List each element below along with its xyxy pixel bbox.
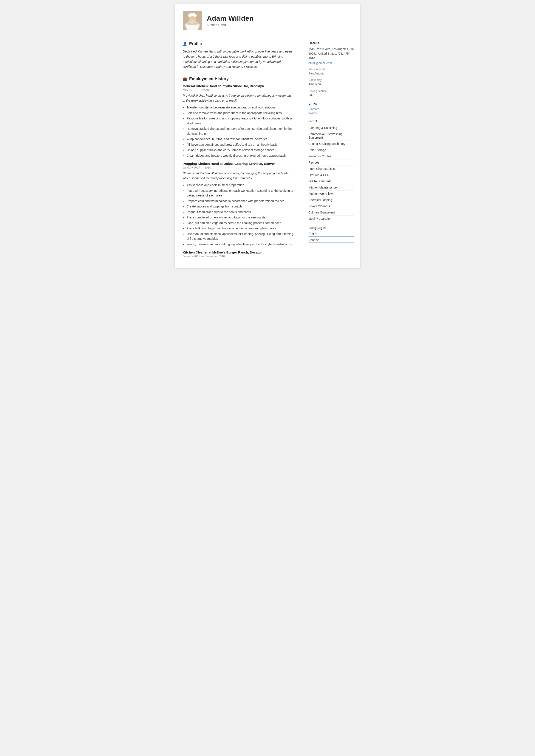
- skill-item: Culinary Equipment: [308, 210, 354, 216]
- header-info: Adam Willden Kitchen Hand: [207, 14, 254, 27]
- bullet-item: Wrap sandwiches, burritos, and rotis for…: [186, 137, 295, 142]
- bullet-item: Remove stacked dishes and hot trays afte…: [186, 126, 295, 136]
- svg-rect-4: [186, 25, 198, 30]
- left-column: 👤 Profile Dedicated Kitchen Hand with im…: [175, 35, 302, 268]
- bullet-item: Sort and remove trash and place them in …: [186, 111, 295, 116]
- bullet-item: Prepare cold and warm salads in accordan…: [186, 199, 295, 204]
- bullet-item: Create sauces and toppings from scratch: [186, 204, 295, 209]
- nationality-label: Nationality: [308, 78, 354, 82]
- bullet-item: Clean fridges and freezers weekly dispos…: [186, 153, 295, 158]
- bullet-item: Place bulk food trays over hot racks in …: [186, 226, 295, 231]
- skill-item: Cold Storage: [308, 147, 354, 153]
- header: Adam Willden Kitchen Hand: [175, 4, 360, 35]
- job-bullets: Transfer food items between storage cupb…: [183, 105, 295, 158]
- skills-container: Cleaning & SanitizingCommercial Dishwash…: [308, 125, 354, 222]
- language-name: Spanish: [308, 238, 354, 242]
- candidate-name: Adam Willden: [207, 14, 254, 22]
- skill-item: Kitchen WorkFlow: [308, 191, 354, 197]
- bullet-item: Slice, cut and dice vegetables before th…: [186, 221, 295, 226]
- job-dates: January 2015 — December 2016: [183, 255, 295, 258]
- place-of-birth-label: Place of birth: [308, 68, 354, 71]
- links-section-title: Links: [308, 102, 354, 106]
- profile-text: Dedicated Kitchen Hand with impeccable w…: [183, 49, 295, 70]
- main-content: 👤 Profile Dedicated Kitchen Hand with im…: [175, 35, 360, 268]
- skill-item: OSHA Standards: [308, 178, 354, 184]
- job-entry: Kitchen Cleaner at McDee's Burger Ranch,…: [183, 250, 295, 258]
- skill-item: Cleaning & Sanitizing: [308, 125, 354, 131]
- job-title: Kitchen Cleaner at McDee's Burger Ranch,…: [183, 250, 295, 254]
- skill-item: Recipes: [308, 159, 354, 166]
- skill-item: Chemical Dipping: [308, 197, 354, 203]
- languages-section-title: Languages: [308, 226, 354, 230]
- skill-item: Commercial Dishwashing Equipment: [308, 131, 354, 141]
- details-section-title: Details: [308, 41, 354, 45]
- bullet-item: Readout food order slips to the cooks an…: [186, 210, 295, 214]
- skill-item: Inventory Control: [308, 153, 354, 159]
- nationality: American: [308, 82, 354, 87]
- candidate-title: Kitchen Hand: [207, 23, 254, 27]
- jobs-container: General Kitchen Hand at Imyiko Sushi Bar…: [183, 84, 295, 258]
- bullet-item: Assist cooks and chefs in meal preparati…: [186, 183, 295, 188]
- resume: Adam Willden Kitchen Hand 👤 Profile Dedi…: [175, 4, 360, 268]
- language-item: English: [308, 232, 354, 237]
- bullet-item: Weigh, measure and mix baking ingredient…: [186, 242, 295, 247]
- briefcase-icon: 💼: [183, 77, 187, 81]
- avatar: [183, 11, 202, 30]
- job-dates: May 2018 — Present: [183, 88, 295, 92]
- link-item[interactable]: Pinterest: [308, 107, 354, 111]
- link-item[interactable]: Twitter: [308, 111, 354, 115]
- bullet-item: Use manual and electrical appliances for…: [186, 232, 295, 241]
- job-title: Prepping Kitchen Hand at Unitas Catering…: [183, 162, 295, 165]
- bullet-item: Transfer food items between storage cupb…: [186, 105, 295, 110]
- bullet-item: Place all necessary ingredients on each …: [186, 188, 295, 198]
- skill-item: Cutting & Slicing Machinery: [308, 141, 354, 147]
- languages-container: English Spanish: [308, 232, 354, 243]
- place-of-birth: San Antonio: [308, 71, 354, 76]
- profile-icon: 👤: [183, 42, 187, 46]
- job-description: Provided kitchen hand services to three …: [183, 93, 295, 103]
- bullet-item: Unload supplier trucks and carry items t…: [186, 148, 295, 153]
- svg-point-3: [189, 16, 196, 24]
- links-container: PinterestTwitter: [308, 107, 354, 115]
- job-entry: General Kitchen Hand at Imyiko Sushi Bar…: [183, 84, 295, 158]
- job-bullets: Assist cooks and chefs in meal preparati…: [183, 183, 295, 247]
- driving-license: Full: [308, 93, 354, 98]
- employment-section-title: 💼 Employment History: [183, 76, 295, 81]
- job-description: Streamlined Kitchen Workflow procedures,…: [183, 171, 295, 181]
- skill-item: Meal Preparation: [308, 216, 354, 222]
- email-link[interactable]: email@email.com: [308, 62, 332, 65]
- language-bar: [308, 242, 354, 243]
- driving-license-label: Driving license: [308, 89, 354, 93]
- job-title: General Kitchen Hand at Imyiko Sushi Bar…: [183, 84, 295, 88]
- bullet-item: Fill beverage containers and brew coffee…: [186, 142, 295, 147]
- job-dates: January 2017 — 2018: [183, 166, 295, 169]
- bullet-item: Place completed orders on serving trays …: [186, 215, 295, 220]
- skill-item: Power Cleaners: [308, 203, 354, 210]
- job-entry: Prepping Kitchen Hand at Unitas Catering…: [183, 162, 295, 247]
- language-name: English: [308, 232, 354, 235]
- language-item: Spanish: [308, 238, 354, 243]
- skills-section-title: Skills: [308, 119, 354, 123]
- address: 1515 Pacific Ave, Los Angeles, CA 90291,…: [308, 47, 354, 61]
- bullet-item: Responsible for sweeping and mopping kee…: [186, 116, 295, 126]
- right-column: Details 1515 Pacific Ave, Los Angeles, C…: [302, 35, 360, 268]
- skill-item: Kitchen Maintenance: [308, 184, 354, 191]
- profile-section-title: 👤 Profile: [183, 41, 295, 46]
- skill-item: Food Characteristics: [308, 166, 354, 172]
- skill-item: First Aid & CPR: [308, 172, 354, 178]
- language-bar: [308, 236, 354, 237]
